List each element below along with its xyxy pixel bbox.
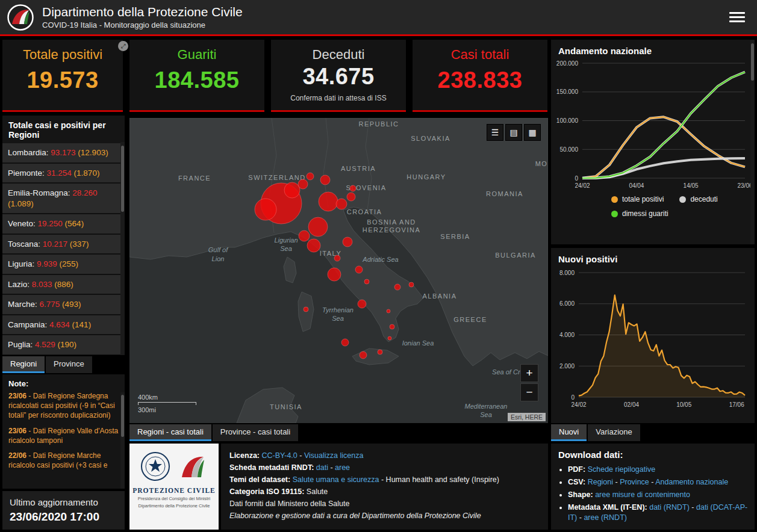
link[interactable]: Schede riepilogative bbox=[588, 465, 656, 474]
legend-item[interactable]: totale positivi bbox=[611, 195, 664, 203]
region-row[interactable]: Marche: 6.775 (493) bbox=[2, 295, 125, 315]
card-casi-totali: Casi totali 238.833 bbox=[413, 40, 547, 112]
tab-regioni-casi-totali[interactable]: Regioni - casi totali bbox=[129, 424, 211, 441]
case-bubble[interactable] bbox=[347, 193, 355, 201]
andamento-panel: Andamento nazionale 050.000100.000150.00… bbox=[551, 40, 755, 244]
scrollbar[interactable] bbox=[120, 392, 125, 489]
legend-icon[interactable]: ☰ bbox=[487, 124, 503, 141]
link[interactable]: dati (RNDT) bbox=[649, 503, 690, 512]
tab-nuovi[interactable]: Nuovi bbox=[551, 424, 587, 441]
case-bubble[interactable] bbox=[358, 300, 366, 308]
region-row[interactable]: Veneto: 19.250 (564) bbox=[2, 214, 125, 235]
download-panel: Download dati: PDF: Schede riepilogative… bbox=[551, 444, 755, 530]
region-positivi: (1.089) bbox=[8, 199, 34, 208]
legend-label: dimessi guariti bbox=[622, 209, 668, 218]
case-bubble[interactable] bbox=[307, 239, 320, 252]
text-segment: - bbox=[613, 478, 620, 486]
case-bubble[interactable] bbox=[364, 279, 369, 284]
card-value: 184.585 bbox=[129, 67, 264, 93]
region-row[interactable]: Lombardia: 93.173 (12.903) bbox=[2, 143, 125, 164]
card-title: Guariti bbox=[129, 47, 264, 63]
text-line: Categoria ISO 19115: Salute bbox=[229, 486, 540, 498]
regions-list: Lombardia: 93.173 (12.903)Piemonte: 31.2… bbox=[2, 143, 125, 355]
case-bubble[interactable] bbox=[394, 284, 400, 290]
header: Dipartimento della Protezione Civile COV… bbox=[0, 0, 757, 36]
map-label: Tyrrhenian bbox=[322, 306, 354, 314]
case-bubble[interactable] bbox=[320, 175, 330, 185]
scrollbar[interactable] bbox=[120, 142, 125, 355]
region-positivi: (255) bbox=[60, 259, 79, 268]
region-row[interactable]: Campania: 4.634 (141) bbox=[2, 315, 125, 336]
logos-panel: PROTEZIONE CIVILE Presidenza del Consigl… bbox=[129, 444, 219, 530]
case-bubble[interactable] bbox=[409, 282, 414, 287]
nuovi-tabs: Nuovi Variazione bbox=[551, 424, 755, 441]
region-positivi: (190) bbox=[58, 340, 77, 349]
region-name: Puglia: bbox=[8, 340, 35, 349]
case-bubble[interactable] bbox=[308, 217, 328, 237]
case-bubble[interactable] bbox=[284, 182, 300, 198]
region-name: Campania: bbox=[8, 320, 49, 329]
link[interactable]: aree misure di contenimento bbox=[595, 490, 690, 499]
case-bubble[interactable] bbox=[255, 199, 276, 220]
link[interactable]: aree bbox=[335, 463, 350, 472]
case-bubble[interactable] bbox=[360, 351, 367, 359]
layers-icon[interactable]: ▤ bbox=[505, 124, 522, 141]
tab-province-casi-totali[interactable]: Province - casi totali bbox=[213, 424, 298, 441]
region-row[interactable]: Lazio: 8.033 (886) bbox=[2, 275, 125, 295]
link[interactable]: Andamento nazionale bbox=[655, 478, 728, 486]
link[interactable]: Province bbox=[620, 478, 649, 486]
case-bubble[interactable] bbox=[350, 185, 356, 191]
case-bubble[interactable] bbox=[328, 268, 341, 281]
case-bubble[interactable] bbox=[341, 339, 349, 346]
case-bubble[interactable] bbox=[299, 230, 310, 241]
link[interactable]: Regioni bbox=[588, 478, 613, 486]
legend-item[interactable]: deceduti bbox=[679, 195, 717, 203]
case-bubble[interactable] bbox=[355, 266, 363, 273]
region-name: Lombardia: bbox=[8, 148, 51, 157]
y-tick-label: 50.000 bbox=[559, 146, 578, 153]
case-bubble[interactable] bbox=[304, 307, 308, 312]
basemap-icon[interactable]: ▦ bbox=[524, 124, 541, 141]
link[interactable]: Visualizza licenza bbox=[304, 451, 363, 460]
protezione-civile-flame-icon bbox=[177, 451, 208, 482]
region-row[interactable]: Toscana: 10.217 (337) bbox=[2, 235, 125, 255]
scale-km: 400km bbox=[138, 394, 196, 401]
region-row[interactable]: Puglia: 4.529 (190) bbox=[2, 335, 125, 355]
case-bubble[interactable] bbox=[388, 336, 391, 340]
region-row[interactable]: Liguria: 9.939 (255) bbox=[2, 255, 125, 275]
case-bubble[interactable] bbox=[307, 173, 314, 180]
region-row[interactable]: Piemonte: 31.254 (1.870) bbox=[2, 164, 125, 184]
link[interactable]: dati bbox=[316, 463, 328, 472]
org-line2: Dipartimento della Protezione Civile bbox=[129, 503, 219, 509]
case-bubble[interactable] bbox=[298, 179, 308, 189]
card-note: Conferma dati in attesa di ISS bbox=[271, 94, 406, 102]
region-row[interactable]: Emilia-Romagna: 28.260 (1.089) bbox=[2, 184, 125, 214]
region-total: 31.254 bbox=[47, 169, 72, 178]
zoom-in-button[interactable]: + bbox=[520, 364, 538, 382]
menu-icon[interactable] bbox=[729, 10, 745, 25]
link[interactable]: Salute umana e sicurezza bbox=[293, 475, 379, 484]
case-bubble[interactable] bbox=[319, 192, 338, 211]
y-tick-label: 0 bbox=[571, 394, 575, 401]
italy-map[interactable]: REPUBLICSLOVAKIAAUSTRIAHUNGARYMOFRANCESW… bbox=[129, 118, 548, 423]
link[interactable]: CC-BY-4.0 bbox=[262, 451, 298, 460]
case-bubble[interactable] bbox=[387, 309, 390, 313]
case-bubble[interactable] bbox=[336, 199, 347, 209]
tab-variazione[interactable]: Variazione bbox=[588, 424, 640, 441]
tab-province[interactable]: Province bbox=[46, 356, 92, 373]
legend-item[interactable]: dimessi guariti bbox=[611, 209, 668, 218]
region-total: 4.529 bbox=[35, 340, 55, 349]
map-label: SERBIA bbox=[440, 233, 470, 240]
map-panel[interactable]: REPUBLICSLOVAKIAAUSTRIAHUNGARYMOFRANCESW… bbox=[129, 118, 548, 423]
case-bubble[interactable] bbox=[343, 237, 352, 247]
expand-icon[interactable]: ⤢ bbox=[118, 41, 128, 51]
text-line: Scheda metadati RNDT: dati - aree bbox=[229, 462, 540, 474]
case-bubble[interactable] bbox=[390, 324, 394, 329]
case-bubble[interactable] bbox=[378, 350, 382, 354]
case-bubble[interactable] bbox=[334, 255, 340, 261]
org-line1: Presidenza del Consiglio dei Ministri bbox=[129, 496, 219, 501]
tab-regioni[interactable]: Regioni bbox=[2, 356, 45, 373]
link[interactable]: aree (RNDT) bbox=[584, 513, 627, 522]
zoom-out-button[interactable]: − bbox=[520, 383, 538, 401]
scrollbar[interactable] bbox=[750, 40, 755, 244]
